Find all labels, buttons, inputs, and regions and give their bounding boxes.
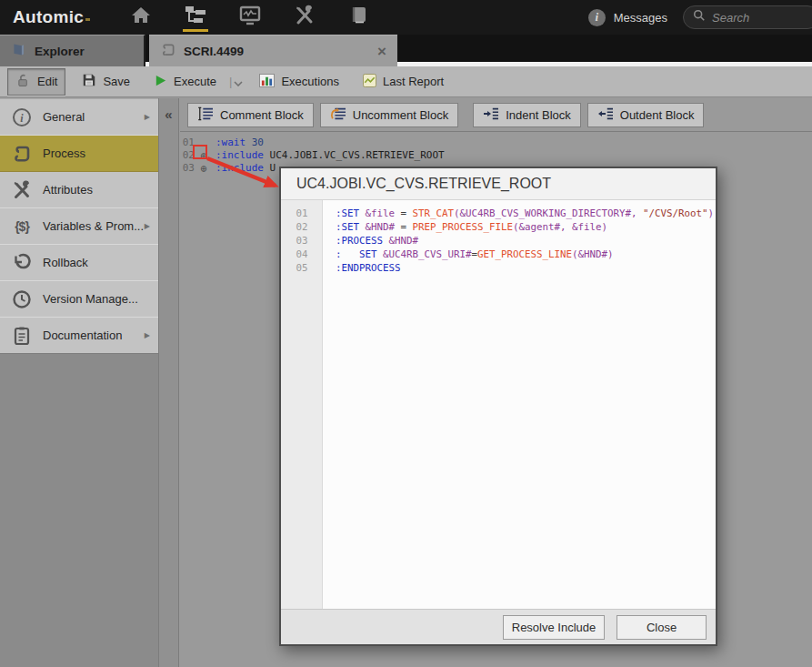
nav-home[interactable] [126, 0, 155, 35]
edit-button[interactable]: Edit [7, 68, 65, 96]
code-text: :include U [216, 162, 276, 175]
tabbar: Explorer SCRI.4499 × [0, 35, 812, 66]
dialog-title: UC4.JOBI.VC_CVS.RETRIEVE_ROOT [281, 168, 716, 200]
tab-script-label: SCRI.4499 [184, 45, 244, 58]
messages-label[interactable]: Messages [614, 11, 667, 25]
line-number: 01 [281, 207, 323, 220]
chevron-right-icon: ▶ [145, 113, 150, 121]
chevron-right-icon: ▶ [145, 331, 150, 339]
code-text: :ENDPROCESS [323, 261, 401, 275]
explorer-icon [11, 42, 26, 61]
topbar-right: i Messages Search [588, 5, 812, 29]
tab-explorer-label: Explorer [35, 45, 85, 58]
uncomment-block-button[interactable]: Uncomment Block [320, 103, 458, 127]
sidebar-item-rollback[interactable]: Rollback [0, 245, 158, 281]
sidebar-item-variables-prom[interactable]: {$}Variables & Prom...▶ [0, 208, 158, 245]
execute-dropdown-icon[interactable] [234, 74, 243, 90]
dialog-code-line-01: 01:SET &file = STR_CAT(&UC4RB_CVS_WORKIN… [281, 207, 716, 220]
sidebar-item-attributes[interactable]: Attributes [0, 172, 158, 208]
sidebar-item-version-manage[interactable]: Version Manage... [0, 281, 158, 318]
sidebar-item-label: Rollback [43, 256, 88, 269]
resolve-include-button[interactable]: Resolve Include [503, 615, 605, 640]
close-tab-icon[interactable]: × [377, 44, 386, 59]
save-button[interactable]: Save [75, 69, 137, 94]
chevron-right-icon: ▶ [145, 222, 150, 230]
line-number: 05 [281, 261, 323, 275]
sidebar-collapse-strip: « [158, 98, 179, 667]
code-text: :SET &file = STR_CAT(&UC4RB_CVS_WORKING_… [323, 207, 714, 220]
lock-open-icon [15, 73, 31, 91]
nav-process-monitoring[interactable] [236, 0, 265, 35]
search-placeholder: Search [712, 11, 749, 25]
sidebar-item-label: Variables & Prom... [43, 219, 144, 233]
editor-button-label: Uncomment Block [353, 108, 448, 122]
dialog-code-line-04: 04: SET &UC4RB_CVS_URI#=GET_PROCESS_LINE… [281, 248, 716, 261]
code-text: :SET &HND# = PREP_PROCESS_FILE(&agent#, … [323, 220, 607, 234]
code-line-01[interactable]: 01:wait 30 [180, 136, 812, 149]
outdent-block-button[interactable]: Outdent Block [587, 103, 705, 127]
comment-block-button[interactable]: Comment Block [187, 103, 314, 127]
sidebar-item-documentation[interactable]: Documentation▶ [0, 318, 158, 354]
code-text: :PROCESS &HND# [323, 234, 418, 248]
logo-trademark [85, 18, 90, 21]
floppy-save-icon [82, 73, 96, 90]
administration-tools-icon [294, 5, 316, 30]
code-text: :wait 30 [216, 136, 264, 149]
sidebar-item-label: Documentation [43, 328, 122, 342]
nav-process-assembly[interactable] [181, 0, 210, 35]
sidebar-item-process[interactable]: Process [0, 136, 158, 172]
sidebar-item-general[interactable]: iGeneral▶ [0, 99, 158, 136]
process-monitoring-icon [239, 5, 261, 30]
last-report-button[interactable]: Last Report [356, 70, 451, 94]
uncomment-icon [330, 106, 346, 124]
tab-script-document[interactable]: SCRI.4499 × [149, 35, 397, 66]
editor-button-label: Outdent Block [620, 108, 695, 122]
global-search[interactable]: Search [683, 5, 812, 29]
code-text: :include UC4.JOBI.VC_CVS.RETRIEVE_ROOT [216, 149, 445, 162]
nav-administration[interactable] [290, 0, 319, 35]
indent-block-button[interactable]: Indent Block [473, 103, 581, 127]
line-number: 03 [180, 162, 195, 175]
dashboards-icon [348, 5, 370, 30]
code-line-02[interactable]: 02⊕:include UC4.JOBI.VC_CVS.RETRIEVE_ROO… [180, 149, 812, 162]
indent-icon [483, 106, 499, 124]
vars-icon: {$} [10, 219, 34, 234]
main-nav [126, 0, 374, 35]
editor-button-label: Comment Block [220, 108, 304, 122]
collapse-sidebar-button[interactable]: « [159, 106, 178, 122]
dialog-code-line-03: 03:PROCESS &HND# [281, 234, 716, 248]
svg-text:i: i [20, 111, 24, 124]
dialog-code-line-02: 02:SET &HND# = PREP_PROCESS_FILE(&agent#… [281, 220, 716, 234]
object-toolbar: Edit Save Execute | Executions Last Repo… [0, 66, 812, 97]
report-chart-icon [363, 74, 376, 90]
clock-icon [10, 289, 34, 309]
script-icon [160, 42, 175, 61]
nav-dashboards[interactable] [345, 0, 374, 35]
sidebar-item-label: Process [43, 147, 85, 160]
executions-button[interactable]: Executions [252, 70, 346, 94]
comment-icon [197, 106, 214, 124]
play-icon [154, 74, 167, 90]
search-icon [693, 9, 706, 25]
messages-info-icon[interactable]: i [588, 9, 606, 26]
execute-divider: | [229, 75, 232, 88]
editor-toolbar: Comment BlockUncomment BlockIndent Block… [180, 98, 812, 132]
code-text: : SET &UC4RB_CVS_URI#=GET_PROCESS_LINE(&… [323, 248, 614, 261]
sidebar-item-label: Version Manage... [43, 292, 138, 306]
tab-explorer[interactable]: Explorer [0, 35, 145, 66]
sidebar-item-label: Attributes [43, 183, 93, 197]
tools-icon [10, 180, 34, 200]
outdent-icon [597, 106, 614, 124]
info-icon: i [10, 107, 34, 127]
sidebar: iGeneral▶ProcessAttributes{$}Variables &… [0, 98, 158, 667]
line-number: 04 [281, 248, 323, 261]
include-preview-dialog: UC4.JOBI.VC_CVS.RETRIEVE_ROOT 01:SET &fi… [279, 167, 717, 646]
close-button[interactable]: Close [617, 615, 707, 640]
line-number: 03 [281, 234, 323, 248]
line-number: 02 [281, 220, 323, 234]
scroll-icon [10, 144, 34, 164]
dialog-code-lines: 01:SET &file = STR_CAT(&UC4RB_CVS_WORKIN… [281, 200, 716, 275]
expand-include-icon[interactable]: ⊕ [196, 162, 211, 175]
sidebar-item-label: General [43, 110, 85, 124]
execute-button[interactable]: Execute [146, 70, 224, 94]
